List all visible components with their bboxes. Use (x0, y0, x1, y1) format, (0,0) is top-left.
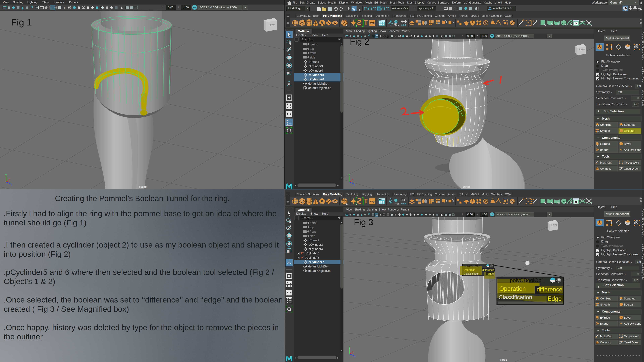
svg-text:difference: difference (537, 286, 562, 293)
svg-text:difference: difference (482, 269, 494, 271)
svg-text:T: T (364, 197, 368, 205)
svg-text:0,0,0: 0,0,0 (401, 202, 406, 205)
svg-text:0,0,0: 0,0,0 (401, 24, 406, 26)
svg-text:x: x (352, 350, 354, 353)
svg-text:Operation: Operation (464, 269, 475, 271)
svg-text:z: z (354, 183, 355, 186)
svg-text:x: x (9, 178, 10, 181)
svg-text:T: T (394, 35, 396, 38)
svg-text:polyCBoolOp1: polyCBoolOp1 (510, 277, 544, 283)
svg-text:persp: persp (139, 185, 146, 188)
svg-text:persp: persp (500, 358, 507, 361)
svg-text:persp: persp (462, 185, 470, 188)
svg-text:T: T (364, 19, 368, 26)
svg-text:polyCBoolOp1: polyCBoolOp1 (464, 265, 481, 268)
svg-text:Classification: Classification (498, 294, 532, 300)
svg-text:Edge: Edge (488, 272, 494, 275)
svg-text:y: y (349, 345, 350, 348)
svg-text:y: y (5, 173, 7, 176)
svg-text:z: z (354, 355, 356, 358)
svg-text:Classification: Classification (464, 272, 479, 275)
svg-text:svg: svg (370, 21, 375, 24)
svg-text:T: T (394, 214, 396, 216)
svg-text:T: T (64, 6, 65, 9)
svg-text:LEFT: LEFT (269, 24, 274, 26)
svg-text:Edge: Edge (548, 295, 562, 302)
svg-text:x: x (352, 178, 353, 181)
svg-text:LEFT: LEFT (552, 224, 557, 227)
svg-text:svg: svg (370, 200, 375, 203)
svg-text:z: z (11, 183, 12, 186)
svg-text:LEFT: LEFT (579, 48, 585, 51)
svg-text:y: y (348, 173, 350, 176)
svg-text:Operation: Operation (499, 285, 526, 292)
